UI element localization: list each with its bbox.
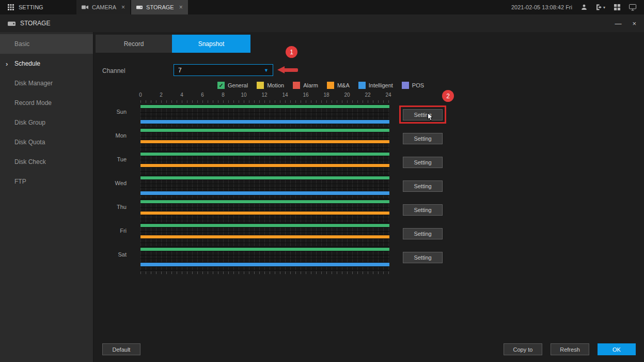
track-pos[interactable]: [140, 172, 389, 175]
setting-button-thu[interactable]: Setting: [403, 204, 443, 216]
track-intelligent[interactable]: [140, 215, 389, 218]
default-button[interactable]: Default: [102, 343, 140, 355]
close-icon[interactable]: ×: [179, 4, 183, 11]
sidebar-item-disk-check[interactable]: Disk Check: [0, 152, 93, 172]
track-alarm[interactable]: [140, 232, 389, 235]
track-motion[interactable]: [140, 251, 389, 254]
track-general[interactable]: [140, 105, 389, 108]
track-general[interactable]: [140, 248, 389, 251]
day-row-wed[interactable]: [140, 176, 389, 199]
copy-to-button[interactable]: Copy to: [504, 343, 542, 355]
sidebar-item-disk-manager[interactable]: Disk Manager: [0, 73, 93, 93]
legend-item-ma[interactable]: M&A: [327, 82, 350, 89]
track-ma[interactable]: [140, 235, 389, 238]
track-alarm[interactable]: [140, 160, 389, 163]
sidebar-item-basic[interactable]: Basic: [0, 34, 93, 54]
close-button[interactable]: ×: [632, 20, 636, 27]
track-intelligent[interactable]: [140, 168, 389, 171]
legend-item-alarm[interactable]: Alarm: [293, 82, 318, 89]
setting-button-wed[interactable]: Setting: [403, 180, 443, 192]
legend-label: Intelligent: [369, 82, 393, 88]
logout-control[interactable]: ▾: [596, 4, 605, 10]
setting-button-sat[interactable]: Setting: [403, 252, 443, 263]
setting-button-tue[interactable]: Setting: [403, 157, 443, 168]
ok-button[interactable]: OK: [598, 343, 636, 355]
minimize-button[interactable]: —: [615, 20, 621, 27]
legend-checkbox-alarm[interactable]: [293, 82, 300, 89]
setting-menu-button[interactable]: SETTING: [0, 0, 76, 14]
close-icon[interactable]: ×: [121, 4, 125, 11]
track-motion[interactable]: [140, 204, 389, 207]
day-row-thu[interactable]: [140, 200, 389, 223]
track-ma[interactable]: [140, 140, 389, 143]
track-ma[interactable]: [140, 212, 389, 215]
tab-storage-label: STORAGE: [146, 4, 174, 10]
day-row-tue[interactable]: [140, 152, 389, 175]
hour-tick-label: 0: [139, 92, 142, 98]
layout-grid-icon[interactable]: [614, 4, 620, 10]
track-pos[interactable]: [140, 267, 389, 270]
sidebar-item-disk-group[interactable]: Disk Group: [0, 113, 93, 132]
track-motion[interactable]: [140, 156, 389, 159]
setting-button-fri[interactable]: Setting: [403, 228, 443, 239]
track-ma[interactable]: [140, 259, 389, 262]
day-row-sun[interactable]: [140, 104, 389, 128]
track-ma[interactable]: [140, 188, 389, 191]
setting-button-mon[interactable]: Setting: [403, 133, 443, 144]
day-label-wed: Wed: [115, 180, 127, 186]
track-pos[interactable]: [140, 195, 389, 199]
legend-checkbox-pos[interactable]: [402, 82, 409, 89]
legend-label: POS: [412, 82, 424, 88]
sidebar-item-record-mode[interactable]: Record Mode: [0, 93, 93, 113]
track-intelligent[interactable]: [140, 120, 389, 123]
track-motion[interactable]: [140, 109, 389, 112]
hour-ticks-bottom: [140, 272, 389, 274]
channel-dropdown[interactable]: 7 ▼: [174, 64, 273, 76]
track-pos[interactable]: [140, 243, 389, 246]
refresh-button[interactable]: Refresh: [551, 343, 589, 355]
legend-checkbox-motion[interactable]: [257, 82, 264, 89]
user-icon[interactable]: [581, 4, 587, 10]
day-row-mon[interactable]: [140, 128, 389, 152]
legend-item-general[interactable]: ✓General: [217, 82, 248, 89]
monitor-icon[interactable]: [629, 4, 636, 11]
legend-checkbox-intelligent[interactable]: [358, 82, 366, 89]
track-general[interactable]: [140, 200, 389, 203]
sidebar-item-ftp[interactable]: FTP: [0, 172, 93, 191]
tab-record[interactable]: Record: [96, 35, 172, 53]
track-alarm[interactable]: [140, 113, 389, 116]
track-general[interactable]: [140, 176, 389, 179]
track-ma[interactable]: [140, 116, 389, 119]
track-alarm[interactable]: [140, 208, 389, 211]
legend-item-intelligent[interactable]: Intelligent: [358, 82, 393, 89]
track-motion[interactable]: [140, 228, 389, 231]
legend-checkbox-general[interactable]: ✓: [217, 82, 225, 89]
tab-storage[interactable]: STORAGE ×: [131, 0, 188, 14]
track-general[interactable]: [140, 224, 389, 227]
sidebar-item-disk-quota[interactable]: Disk Quota: [0, 132, 93, 152]
track-pos[interactable]: [140, 124, 389, 127]
track-general[interactable]: [140, 129, 389, 132]
track-intelligent[interactable]: [140, 191, 389, 194]
track-pos[interactable]: [140, 148, 389, 151]
track-intelligent[interactable]: [140, 144, 389, 147]
track-intelligent[interactable]: [140, 239, 389, 242]
track-ma[interactable]: [140, 164, 389, 167]
legend-item-motion[interactable]: Motion: [257, 82, 284, 89]
track-alarm[interactable]: [140, 255, 389, 259]
track-alarm[interactable]: [140, 184, 389, 187]
track-motion[interactable]: [140, 132, 389, 135]
tab-camera[interactable]: CAMERA ×: [76, 0, 130, 14]
sidebar-item-schedule[interactable]: ›Schedule: [0, 54, 93, 73]
day-row-fri[interactable]: [140, 223, 389, 247]
day-row-sat[interactable]: [140, 247, 389, 270]
track-general[interactable]: [140, 153, 389, 156]
legend-checkbox-ma[interactable]: [327, 82, 334, 89]
track-motion[interactable]: [140, 180, 389, 183]
tab-snapshot[interactable]: Snapshot: [172, 35, 250, 53]
track-alarm[interactable]: [140, 137, 389, 140]
chevron-down-icon[interactable]: ▼: [264, 68, 269, 73]
track-intelligent[interactable]: [140, 263, 389, 266]
track-pos[interactable]: [140, 219, 389, 222]
legend-item-pos[interactable]: POS: [402, 82, 424, 89]
